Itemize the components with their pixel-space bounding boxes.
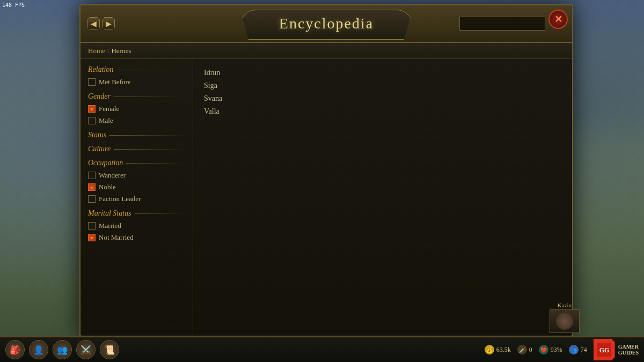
bottom-bar: 🎒 👤 👥 ⚔️ 📜 💰 63.5k 🗡️ 0 ❤️ 93% 👥 74 xyxy=(0,336,644,362)
result-item[interactable]: Siga xyxy=(204,79,561,92)
filter-section-relation: Relation Met Before xyxy=(88,65,185,87)
filter-line-gender xyxy=(114,97,185,97)
result-item[interactable]: Svana xyxy=(204,92,561,105)
filter-label-female: Female xyxy=(99,105,119,113)
filter-title-culture: Culture xyxy=(88,145,111,153)
kazin-portrait xyxy=(550,309,580,333)
filter-label-male: Male xyxy=(99,116,113,125)
filter-label-wanderer: Wanderer xyxy=(99,171,126,180)
filter-panel: Relation Met Before Gender Female xyxy=(80,59,193,335)
kazin-area: Kazin xyxy=(550,302,580,333)
party-icon[interactable]: 👥 xyxy=(53,340,72,359)
bottom-stats: 💰 63.5k 🗡️ 0 ❤️ 93% 👥 74 GG GAMER xyxy=(485,339,639,360)
filter-option-male[interactable]: Male xyxy=(88,116,185,125)
checkbox-faction-leader[interactable] xyxy=(88,195,96,203)
kazin-name: Kazin xyxy=(550,302,580,308)
filter-title-marital-status: Marital Status xyxy=(88,209,131,218)
checkbox-male[interactable] xyxy=(88,117,96,124)
party-stat: 👥 74 xyxy=(569,345,587,354)
filter-line-occupation xyxy=(126,163,185,164)
party-icon-stat: 👥 xyxy=(569,345,579,354)
filter-title-gender: Gender xyxy=(88,92,111,101)
party-value: 74 xyxy=(581,346,587,354)
back-button[interactable]: ◀ xyxy=(87,17,100,30)
filter-header-gender: Gender xyxy=(88,92,185,101)
filter-label-noble: Noble xyxy=(99,183,116,191)
filter-header-relation: Relation xyxy=(88,65,185,74)
filter-label-faction-leader: Faction Leader xyxy=(99,195,141,203)
window-title: Encyclopedia xyxy=(279,15,374,32)
filter-header-culture: Culture xyxy=(88,145,185,153)
results-panel: Idrun Siga Svana Valla xyxy=(193,59,572,335)
svg-text:GG: GG xyxy=(599,346,609,354)
gg-text: GAMER GUIDES xyxy=(618,344,639,356)
filter-section-gender: Gender Female Male xyxy=(88,92,185,125)
filter-title-relation: Relation xyxy=(88,65,113,74)
nav-buttons: ◀ ▶ xyxy=(87,17,115,30)
result-item[interactable]: Valla xyxy=(204,105,561,118)
morale-icon: ❤️ xyxy=(539,345,548,354)
encyclopedia-window: ◀ ▶ Encyclopedia ✕ Home \ Heroes Relatio… xyxy=(79,4,573,337)
gold-icon: 💰 xyxy=(485,345,494,354)
kazin-avatar xyxy=(556,313,573,330)
breadcrumb-home[interactable]: Home xyxy=(88,47,105,55)
checkbox-wanderer[interactable] xyxy=(88,172,96,179)
close-button[interactable]: ✕ xyxy=(548,10,568,29)
filter-header-status: Status xyxy=(88,131,185,139)
filter-option-wanderer[interactable]: Wanderer xyxy=(88,171,185,180)
quests-icon[interactable]: 📜 xyxy=(100,340,119,359)
breadcrumb: Home \ Heroes xyxy=(80,43,572,59)
filter-section-occupation: Occupation Wanderer Noble Faction Leader xyxy=(88,159,185,204)
filter-line-status xyxy=(109,135,185,136)
breadcrumb-current: Heroes xyxy=(111,47,131,55)
forward-button[interactable]: ▶ xyxy=(102,17,115,30)
skills-icon[interactable]: ⚔️ xyxy=(76,340,96,359)
filter-label-married: Married xyxy=(99,221,121,230)
filter-option-female[interactable]: Female xyxy=(88,104,185,114)
inventory-icon[interactable]: 🎒 xyxy=(5,340,25,359)
fps-counter: 148 FPS xyxy=(2,2,25,8)
filter-line-marital-status xyxy=(135,213,185,214)
troops-stat: 🗡️ 0 xyxy=(517,345,532,354)
search-input[interactable] xyxy=(459,17,545,31)
morale-stat: ❤️ 93% xyxy=(539,345,562,354)
checkbox-female[interactable] xyxy=(88,105,96,113)
troops-icon: 🗡️ xyxy=(517,345,527,354)
filter-option-noble[interactable]: Noble xyxy=(88,182,185,192)
filter-option-met-before[interactable]: Met Before xyxy=(88,77,185,87)
gold-stat: 💰 63.5k xyxy=(485,345,511,354)
filter-option-not-married[interactable]: Not Married xyxy=(88,233,185,242)
filter-section-status: Status xyxy=(88,131,185,139)
filter-option-faction-leader[interactable]: Faction Leader xyxy=(88,194,185,204)
checkbox-married[interactable] xyxy=(88,222,96,230)
checkbox-not-married[interactable] xyxy=(88,234,96,241)
filter-section-culture: Culture xyxy=(88,145,185,153)
morale-value: 93% xyxy=(551,346,562,354)
character-icon[interactable]: 👤 xyxy=(29,340,48,359)
gamer-guides-logo: GG GAMER GUIDES xyxy=(594,339,639,360)
filter-header-occupation: Occupation xyxy=(88,159,185,167)
content-area: Relation Met Before Gender Female xyxy=(80,59,572,335)
breadcrumb-separator: \ xyxy=(107,47,109,55)
filter-line-culture xyxy=(114,149,185,150)
gold-value: 63.5k xyxy=(496,346,511,354)
filter-section-marital-status: Marital Status Married Not Married xyxy=(88,209,185,242)
checkbox-noble[interactable] xyxy=(88,183,96,191)
result-item[interactable]: Idrun xyxy=(204,67,561,79)
filter-label-met-before: Met Before xyxy=(99,78,131,86)
filter-line xyxy=(116,70,185,70)
troops-value: 0 xyxy=(529,346,532,354)
gg-icon: GG xyxy=(594,339,615,360)
bottom-icons: 🎒 👤 👥 ⚔️ 📜 xyxy=(5,340,119,359)
filter-option-married[interactable]: Married xyxy=(88,221,185,231)
filter-title-status: Status xyxy=(88,131,106,139)
filter-header-marital-status: Marital Status xyxy=(88,209,185,218)
filter-label-not-married: Not Married xyxy=(99,233,134,242)
title-bar: ◀ ▶ Encyclopedia ✕ xyxy=(80,5,572,43)
filter-title-occupation: Occupation xyxy=(88,159,123,167)
checkbox-met-before[interactable] xyxy=(88,78,96,86)
